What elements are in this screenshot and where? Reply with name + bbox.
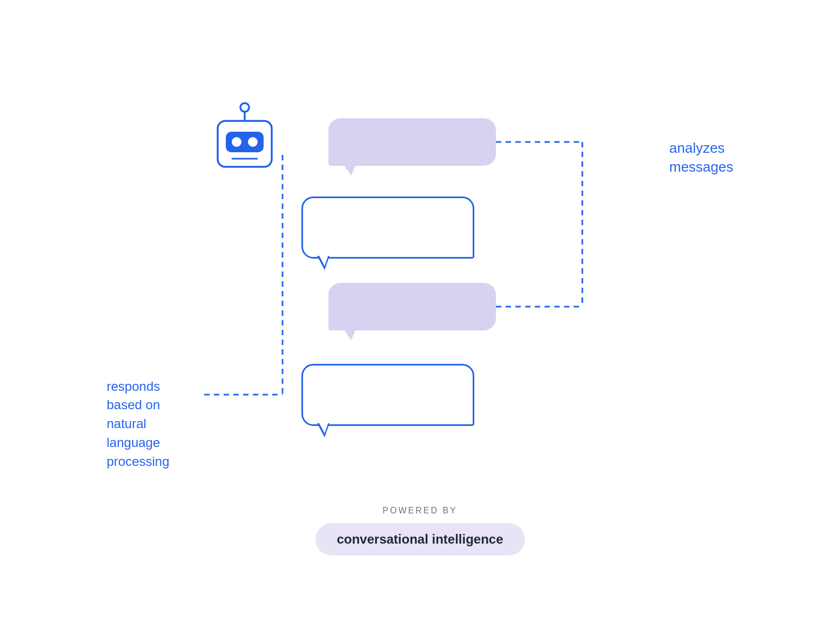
robot-icon — [210, 102, 280, 180]
powered-by-label: POWERED BY — [315, 506, 525, 516]
svg-point-5 — [248, 137, 258, 147]
analyzes-messages-label: analyzes messages — [669, 139, 734, 177]
main-canvas: analyzes messages responds based on natu… — [96, 59, 744, 572]
bubble-incoming-2 — [328, 283, 496, 330]
powered-by-section: POWERED BY conversational intelligence — [315, 506, 525, 556]
svg-rect-3 — [226, 132, 264, 152]
svg-point-4 — [232, 137, 241, 147]
bubble-outgoing-2 — [301, 364, 474, 426]
responds-label: responds based on natural language proce… — [107, 377, 170, 471]
bubble-outgoing-1 — [301, 197, 474, 259]
bubble-incoming-1 — [328, 118, 496, 166]
svg-point-0 — [240, 103, 249, 112]
powered-badge: conversational intelligence — [315, 523, 525, 556]
badge-text: conversational intelligence — [337, 532, 503, 546]
